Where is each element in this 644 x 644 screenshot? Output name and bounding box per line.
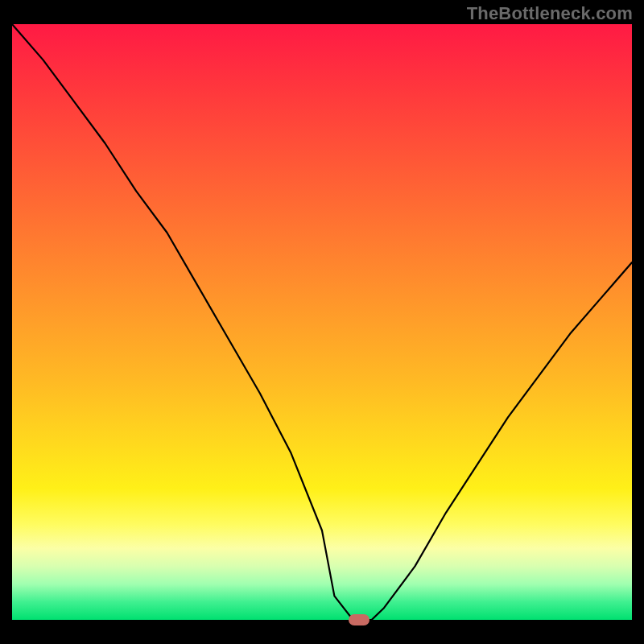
bottleneck-curve xyxy=(12,24,632,620)
watermark-text: TheBottleneck.com xyxy=(467,3,633,24)
plot-area xyxy=(12,24,632,620)
chart-frame: TheBottleneck.com xyxy=(0,0,644,644)
optimal-point-marker xyxy=(349,614,369,625)
